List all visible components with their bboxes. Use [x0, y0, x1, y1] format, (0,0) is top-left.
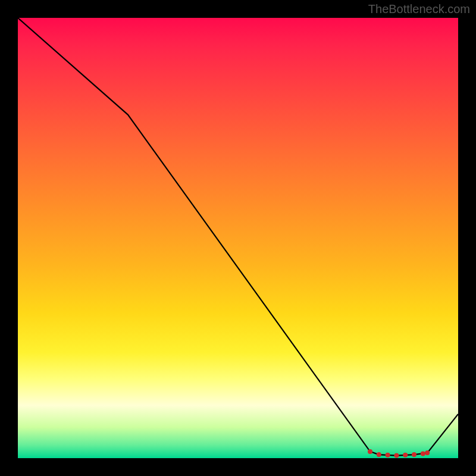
marker-dot — [377, 452, 381, 457]
chart-svg — [18, 18, 458, 458]
chart-line — [18, 18, 458, 456]
marker-dot — [425, 450, 430, 455]
marker-dot — [394, 453, 399, 458]
chart-area — [18, 18, 458, 458]
marker-dot — [421, 452, 425, 456]
marker-dot — [412, 452, 416, 457]
marker-dot — [403, 453, 408, 458]
marker-dot — [368, 449, 372, 454]
line-series-curve — [18, 18, 458, 456]
watermark-text: TheBottleneck.com — [368, 2, 470, 16]
marker-dot — [386, 453, 390, 458]
